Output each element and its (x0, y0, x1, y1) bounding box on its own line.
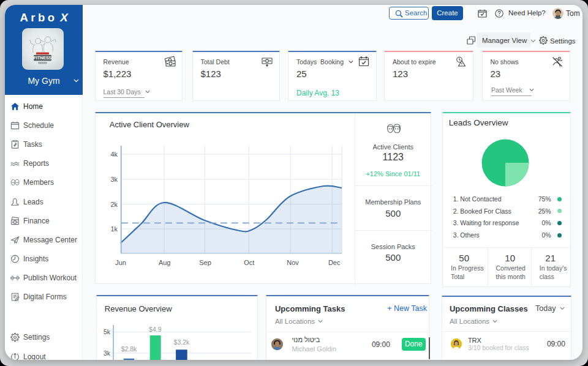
svg-text:3k: 3k (110, 176, 118, 183)
svg-text:FITNESS: FITNESS (34, 56, 52, 60)
svg-text:Sep: Sep (199, 259, 211, 266)
svg-text:Nov: Nov (287, 259, 299, 266)
svg-text:4k: 4k (110, 151, 118, 158)
svg-text:$4.9: $4.9 (149, 326, 162, 333)
svg-text:1k: 1k (110, 225, 118, 233)
svg-text:5k: 5k (104, 328, 111, 335)
svg-text:2k: 2k (110, 201, 118, 208)
svg-text:$3.2k: $3.2k (174, 338, 190, 346)
svg-text:Jun: Jun (115, 259, 126, 266)
svg-text:Dec: Dec (328, 259, 341, 266)
svg-text:3k: 3k (104, 349, 111, 357)
svg-text:Aug: Aug (159, 259, 171, 266)
svg-text:Oct: Oct (244, 259, 254, 266)
svg-text:$2.8k: $2.8k (121, 345, 137, 353)
